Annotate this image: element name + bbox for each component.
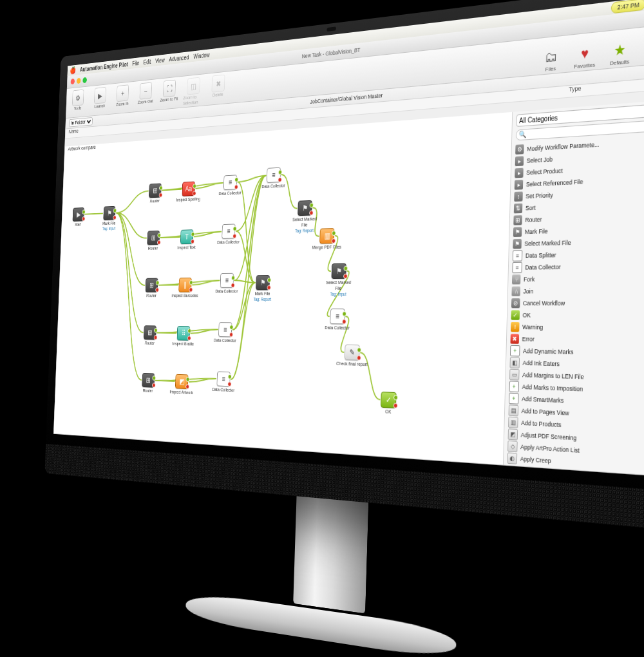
node-router4[interactable]: ⊞Router — [137, 325, 164, 346]
port-ok[interactable] — [229, 325, 233, 330]
port-ok[interactable] — [393, 395, 398, 401]
task-item[interactable]: ↕Set Priority — [511, 184, 644, 202]
port-ok[interactable] — [154, 328, 158, 332]
menu-advanced[interactable]: Advanced — [169, 53, 189, 62]
port-ok[interactable] — [343, 266, 348, 271]
node-start[interactable]: ▶Start — [66, 207, 91, 228]
port-error[interactable] — [82, 216, 85, 221]
task-item[interactable]: ✖Error — [508, 332, 644, 347]
port-error[interactable] — [357, 355, 361, 360]
toolbar-favorites-button[interactable]: ♥Favorites — [571, 43, 600, 70]
task-item[interactable]: ▤Add to Pages View — [506, 404, 644, 424]
toolbar-launch-button[interactable]: ▶Launch — [90, 86, 109, 114]
port-ok[interactable] — [332, 231, 336, 236]
port-ok[interactable] — [159, 186, 163, 191]
port-ok[interactable] — [310, 203, 314, 208]
node-barcode[interactable]: ∥Inspect Barcodes — [171, 278, 199, 298]
task-item[interactable]: +Add SmartMarks — [506, 392, 644, 410]
task-item[interactable]: ⑂Fork — [509, 272, 644, 285]
port-error[interactable] — [229, 332, 233, 338]
port-error[interactable] — [191, 239, 194, 244]
task-item[interactable]: ≡Data Splitter — [510, 247, 644, 262]
port-ok[interactable] — [278, 169, 282, 175]
port-ok[interactable] — [193, 184, 196, 189]
task-item[interactable]: ✓OK — [509, 309, 644, 322]
toolbar-zoom-out-button[interactable]: −Zoom Out — [136, 82, 156, 111]
task-item[interactable]: +Add Dynamic Marks — [507, 345, 644, 360]
node-merge[interactable]: ▥Merge PDF Files — [311, 228, 343, 251]
port-error[interactable] — [309, 210, 314, 215]
node-selmark2[interactable]: ⚑Select Marked FileTag: Input — [323, 263, 355, 296]
port-error[interactable] — [185, 384, 189, 389]
port-error[interactable] — [278, 177, 281, 182]
port-ok[interactable] — [191, 232, 194, 237]
task-item[interactable]: ⇅Sort — [511, 196, 644, 214]
task-item[interactable]: ▸Select Referenced File — [512, 171, 644, 191]
toolbar-delete-button[interactable]: ✖Delete — [207, 74, 229, 104]
task-category-select[interactable]: All Categories — [516, 103, 644, 127]
node-artwork[interactable]: ◩Inspect Artwork — [167, 374, 195, 395]
node-dc2[interactable]: ≡Data Collector — [214, 224, 243, 245]
menu-edit[interactable]: Edit — [144, 58, 151, 65]
window-close-button[interactable] — [71, 79, 75, 84]
task-item[interactable]: ▥Add to Products — [506, 415, 644, 436]
port-error[interactable] — [342, 319, 346, 324]
task-item[interactable]: ≡Data Collector — [510, 259, 644, 273]
node-router3[interactable]: ⊞Router — [138, 278, 166, 298]
toolbar-zoom-in-button[interactable]: ＋Zoom In — [113, 84, 132, 113]
port-ok[interactable] — [267, 278, 271, 283]
port-error[interactable] — [393, 403, 398, 408]
port-error[interactable] — [152, 383, 156, 388]
port-error[interactable] — [187, 336, 191, 341]
port-ok[interactable] — [156, 280, 160, 285]
port-error[interactable] — [267, 285, 270, 290]
task-item[interactable]: +Add Marks to Imposition — [507, 380, 644, 398]
port-ok[interactable] — [228, 374, 232, 379]
task-item[interactable]: ▸Select Job — [513, 146, 644, 167]
toolbar-files-button[interactable]: 🗂Files — [537, 46, 565, 73]
node-dcMid[interactable]: ≡Data Collector — [321, 309, 354, 331]
toolbar-tools-button[interactable]: ⚙Tools — [68, 89, 87, 117]
folder-scope-select[interactable]: In Folder — [69, 117, 93, 128]
task-list[interactable]: ⚙Modify Workflow Paramete...▸Select Job▸… — [504, 133, 644, 476]
node-dc3[interactable]: ≡Data Collector — [213, 273, 242, 294]
task-item[interactable]: ◐Apply Creep — [505, 452, 644, 475]
node-spell[interactable]: AaInspect Spelling — [175, 181, 202, 203]
port-error[interactable] — [157, 240, 161, 245]
toolbar-defaults-button[interactable]: ★Defaults — [605, 39, 635, 67]
node-check[interactable]: ✎Check final report — [336, 344, 368, 367]
task-item[interactable]: ⚑Select Marked File — [511, 234, 644, 249]
workflow-canvas[interactable]: Artwork compare ▶Start⚑Mark FileTag: Inp… — [54, 112, 513, 465]
port-error[interactable] — [155, 287, 159, 292]
node-router2[interactable]: ⊞Router — [140, 231, 167, 251]
node-dcTop[interactable]: ≡Data Collector — [259, 167, 289, 189]
port-error[interactable] — [154, 335, 158, 340]
node-router5[interactable]: ⊞Router — [135, 372, 162, 394]
task-item[interactable]: ⊘Cancel Workflow — [509, 297, 644, 310]
port-ok[interactable] — [234, 177, 238, 182]
task-item[interactable]: ⚙Modify Workflow Paramete... — [513, 133, 644, 155]
port-ok[interactable] — [357, 347, 361, 352]
task-item[interactable]: ◆Apply PantoneLIVE Condition — [504, 464, 644, 477]
node-markfile1[interactable]: ⚑Mark FileTag: Input — [96, 205, 122, 231]
port-error[interactable] — [231, 283, 235, 288]
port-ok[interactable] — [231, 276, 235, 281]
port-ok[interactable] — [82, 209, 85, 214]
port-ok[interactable] — [152, 376, 156, 381]
port-ok[interactable] — [186, 377, 190, 382]
apple-menu-icon[interactable]: 🍎 — [70, 66, 76, 75]
port-error[interactable] — [193, 191, 196, 196]
window-zoom-button[interactable] — [82, 77, 87, 83]
task-item[interactable]: ◇Apply ArtPro Action List — [505, 439, 644, 461]
menu-view[interactable]: View — [155, 57, 165, 64]
port-ok[interactable] — [187, 328, 191, 334]
node-dc5[interactable]: ≡Data Collector — [209, 371, 238, 393]
column-type-header[interactable]: Type — [569, 77, 644, 97]
port-error[interactable] — [232, 234, 236, 239]
task-item[interactable]: ◧Add Ink Eaters — [507, 356, 644, 373]
menu-window[interactable]: Window — [193, 52, 210, 60]
toolbar-tickets-button[interactable]: 🎫Tickets — [641, 35, 644, 64]
node-ok[interactable]: ✓OK — [372, 391, 405, 415]
port-ok[interactable] — [233, 226, 237, 231]
task-item[interactable]: ▭Add Margins to LEN File — [507, 368, 644, 386]
